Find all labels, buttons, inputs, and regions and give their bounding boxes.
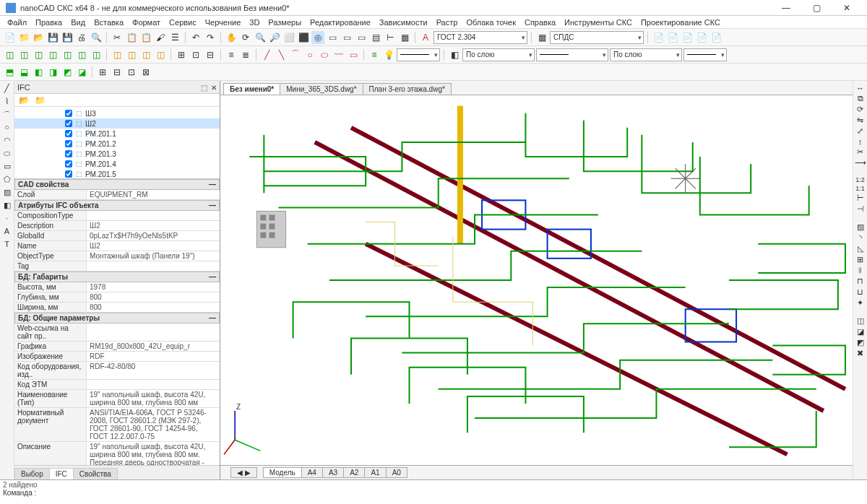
g1-icon[interactable]: ◫ (3, 48, 16, 61)
layer-state-icon[interactable]: 💡 (382, 48, 395, 61)
menu-help[interactable]: Справка (520, 18, 560, 27)
rt-copy-icon[interactable]: ⧉ (858, 94, 863, 103)
g6-icon[interactable]: ◫ (75, 48, 88, 61)
drawing-viewport[interactable]: Z (220, 95, 853, 465)
close-button[interactable]: ✕ (832, 3, 861, 13)
menu-view[interactable]: Вид (66, 18, 90, 27)
pan-icon[interactable]: ✋ (225, 31, 238, 44)
rt-rotate-icon[interactable]: ⟳ (857, 105, 863, 114)
lt-curve-icon[interactable]: ◠ (1, 136, 13, 147)
tree-check[interactable] (65, 140, 72, 147)
panel-close-icon[interactable]: ✕ (211, 84, 217, 92)
spds-icon[interactable]: ▦ (535, 31, 548, 44)
tree-check[interactable] (65, 120, 72, 127)
lt-poly-icon[interactable]: ⬠ (1, 175, 13, 186)
sheet1-icon[interactable]: 📄 (652, 31, 665, 44)
doc-tab-0[interactable]: Без имени0* (223, 83, 280, 95)
text-style-icon[interactable]: A (419, 31, 432, 44)
maximize-button[interactable]: ▢ (802, 3, 831, 13)
e1-icon[interactable]: ≡ (225, 48, 238, 61)
o3-icon[interactable]: ◫ (139, 48, 152, 61)
b6-icon[interactable]: ◪ (75, 66, 88, 79)
menu-sks-design[interactable]: Проектирование СКС (637, 18, 725, 27)
minimize-button[interactable]: — (772, 3, 801, 13)
rt-array-icon[interactable]: ⊞ (857, 255, 863, 264)
panel-tab-props[interactable]: Свойства (73, 468, 118, 479)
linetype-combo[interactable] (397, 48, 440, 61)
panel-pin-icon[interactable]: ⬚ (201, 84, 207, 92)
new-icon[interactable]: 📄 (3, 31, 16, 44)
tree-item-5[interactable]: ⬚РМ.201.4 (14, 159, 220, 169)
lt-arc-icon[interactable]: ⌒ (1, 110, 13, 121)
line-icon[interactable]: ╱ (260, 48, 273, 61)
g4-icon[interactable]: ◫ (46, 48, 59, 61)
lt-circle-icon[interactable]: ○ (1, 123, 13, 134)
tree-check[interactable] (65, 110, 72, 117)
panel-tab-select[interactable]: Выбор (14, 468, 50, 479)
font-combo[interactable]: ГОСТ 2.304 (434, 31, 527, 44)
lt-point-icon[interactable]: · (1, 214, 13, 225)
lt-ellipse-icon[interactable]: ⬭ (1, 149, 13, 160)
grid-icon[interactable]: ▦ (398, 31, 411, 44)
rt-erase-icon[interactable]: ✖ (857, 349, 863, 358)
doc-tab-2[interactable]: План 3-его этажа.dwg* (363, 83, 452, 95)
rt-move-icon[interactable]: ↔ (856, 84, 864, 92)
ellipse-icon[interactable]: ⬭ (318, 48, 331, 61)
g7-icon[interactable]: ◫ (90, 48, 103, 61)
lt-line-icon[interactable]: ╱ (1, 84, 13, 95)
lt-region-icon[interactable]: ◧ (1, 201, 13, 212)
open-icon[interactable]: 📂 (32, 31, 45, 44)
tree-check[interactable] (65, 150, 72, 157)
menu-dims[interactable]: Размеры (264, 18, 306, 27)
doc-tab-1[interactable]: Мини_365_3DS.dwg* (280, 83, 363, 95)
rt-hatch-icon[interactable]: ▨ (857, 222, 864, 232)
menu-service[interactable]: Сервис (165, 18, 201, 27)
tree-item-6[interactable]: ⬚РМ.201.5 (14, 169, 220, 179)
layout-a0[interactable]: A0 (386, 467, 407, 478)
pline-icon[interactable]: ╲ (275, 48, 288, 61)
refresh-icon[interactable]: ⟳ (239, 31, 252, 44)
b5-icon[interactable]: ◩ (61, 66, 74, 79)
match-icon[interactable]: 🖌 (154, 31, 167, 44)
panel-tab-ifc[interactable]: IFC (49, 468, 74, 479)
e2-icon[interactable]: ≣ (239, 48, 252, 61)
g5-icon[interactable]: ◫ (61, 48, 74, 61)
model-tab[interactable]: Модель (263, 467, 302, 478)
cut-icon[interactable]: ✂ (111, 31, 124, 44)
sheet4-icon[interactable]: 📄 (695, 31, 708, 44)
tree-item-0[interactable]: ⬚Ш3 (14, 108, 220, 118)
menu-modify[interactable]: Редактирование (306, 18, 375, 27)
menu-raster[interactable]: Растр (432, 18, 462, 27)
ifc-properties[interactable]: CAD свойства— СлойEQUIPMENT_RM Атрибуты … (14, 179, 220, 465)
tree-item-2[interactable]: ⬚РМ.201.1 (14, 129, 220, 139)
menu-3d[interactable]: 3D (245, 18, 264, 27)
rt-extend-icon[interactable]: ⟶ (855, 158, 866, 168)
menu-sks-tools[interactable]: Инструменты СКС (560, 18, 637, 27)
zoom-ext-icon[interactable]: ⬛ (297, 31, 310, 44)
y4-icon[interactable]: ⊠ (139, 66, 152, 79)
menu-file[interactable]: Файл (3, 18, 31, 27)
o1-icon[interactable]: ◫ (111, 48, 124, 61)
ltype-combo2[interactable] (536, 48, 608, 61)
lt-hatch-icon[interactable]: ▨ (1, 188, 13, 199)
menu-draw[interactable]: Черчение (201, 18, 246, 27)
rt-trim-icon[interactable]: ✂ (857, 147, 863, 157)
ifc-tree[interactable]: ⬚Ш3⬚Ш2⬚РМ.201.1⬚РМ.201.2⬚РМ.201.3⬚РМ.201… (14, 107, 220, 179)
spline-icon[interactable]: 〰 (332, 48, 345, 61)
view1-icon[interactable]: ▭ (326, 31, 339, 44)
layout-a4[interactable]: A4 (301, 467, 323, 478)
layer-combo[interactable]: По слою (462, 48, 535, 61)
layout-a1[interactable]: A1 (364, 467, 386, 478)
b4-icon[interactable]: ◨ (46, 66, 59, 79)
rt-explode-icon[interactable]: ✦ (857, 298, 863, 308)
circle-icon[interactable]: ○ (303, 48, 316, 61)
folder-icon[interactable]: 📁 (17, 31, 30, 44)
view3-icon[interactable]: ▭ (355, 31, 368, 44)
g2-icon[interactable]: ◫ (17, 48, 30, 61)
zoom-win-icon[interactable]: ⬜ (282, 31, 296, 44)
menu-format[interactable]: Формат (128, 18, 165, 27)
measure-icon[interactable]: ⊢ (384, 31, 397, 44)
rt-stretch-icon[interactable]: ↕ (858, 137, 863, 146)
rt-block3-icon[interactable]: ◩ (857, 338, 864, 347)
redo-icon[interactable]: ↷ (204, 31, 217, 44)
